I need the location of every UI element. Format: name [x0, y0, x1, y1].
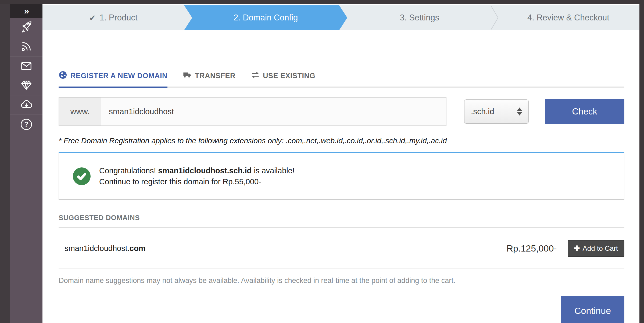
sidebar-item-mail[interactable]: [10, 57, 42, 76]
help-icon: ?: [21, 119, 32, 130]
add-to-cart-button[interactable]: ✚ Add to Cart: [568, 240, 624, 257]
sidebar-item-help[interactable]: ?: [10, 115, 42, 134]
check-button[interactable]: Check: [545, 99, 624, 124]
success-check-icon: [73, 167, 91, 185]
tld-select[interactable]: .sch.id: [464, 99, 529, 124]
suggested-domain-row: sman1idcloudhost.com Rp.125,000- ✚ Add t…: [59, 228, 624, 268]
diamond-icon: [20, 79, 33, 92]
select-arrows-icon: [517, 107, 522, 116]
step-label: 2. Domain Config: [234, 13, 298, 23]
sidebar-item-feeds[interactable]: [10, 37, 42, 57]
tab-label: TRANSFER: [195, 72, 235, 80]
www-prefix-addon: www.: [59, 98, 101, 125]
continue-row: Continue: [59, 296, 624, 323]
domain-name-input[interactable]: [101, 98, 446, 125]
window-right-edge: [639, 0, 644, 323]
suggested-domain-name: sman1idcloudhost.com: [65, 244, 145, 253]
sidebar-collapse-button[interactable]: »: [10, 4, 42, 18]
swap-arrows-icon: [251, 71, 260, 81]
domain-search-row: www. .sch.id Check: [59, 97, 624, 126]
domain-tabs: REGISTER A NEW DOMAIN TRANSFER: [59, 70, 624, 88]
free-domain-note: * Free Domain Registration applies to th…: [59, 137, 624, 145]
step-label: 4. Review & Checkout: [527, 13, 609, 23]
step-domain-config[interactable]: 2. Domain Config: [184, 5, 347, 30]
availability-line1: Congratulations! sman1idcloudhost.sch.id…: [99, 165, 295, 176]
tab-label: USE EXISTING: [263, 72, 315, 80]
left-dark-rail: [0, 0, 10, 323]
suggested-domain-actions: Rp.125,000- ✚ Add to Cart: [507, 240, 624, 257]
step-review-checkout[interactable]: 4. Review & Checkout: [492, 5, 644, 30]
step-separator-chevron: [490, 5, 499, 30]
step-settings[interactable]: 3. Settings: [347, 5, 492, 30]
rss-icon: [20, 40, 33, 54]
plus-icon: ✚: [574, 244, 580, 253]
cloud-download-icon: [20, 98, 33, 112]
sidebar-item-launch[interactable]: [10, 18, 42, 37]
step-product[interactable]: ✔ 1. Product: [42, 5, 184, 30]
suggested-domain-price: Rp.125,000-: [507, 243, 557, 254]
availability-line2: Continue to register this domain for Rp.…: [99, 176, 295, 187]
sidebar-item-downloads[interactable]: [10, 95, 42, 115]
suggestions-disclaimer: Domain name suggestions may not always b…: [59, 277, 624, 285]
step-label: 3. Settings: [400, 13, 439, 23]
truck-icon: [183, 71, 192, 81]
continue-button[interactable]: Continue: [561, 296, 624, 323]
envelope-icon: [20, 60, 33, 73]
tab-label: REGISTER A NEW DOMAIN: [70, 72, 167, 80]
tab-register-new-domain[interactable]: REGISTER A NEW DOMAIN: [59, 71, 167, 88]
chevron-double-right-icon: »: [24, 6, 29, 16]
step-label: 1. Product: [99, 13, 137, 23]
app-window: »: [0, 0, 644, 323]
tab-use-existing[interactable]: USE EXISTING: [251, 71, 315, 88]
window-top-bar: [0, 0, 644, 4]
sidebar-item-premium[interactable]: [10, 76, 42, 95]
wizard-stepper: ✔ 1. Product 2. Domain Config 3. Setting…: [42, 5, 644, 30]
suggested-domains-heading: SUGGESTED DOMAINS: [59, 214, 624, 222]
availability-result-panel: Congratulations! sman1idcloudhost.sch.id…: [59, 152, 624, 200]
check-icon: ✔: [89, 13, 96, 23]
tld-selected-value: .sch.id: [471, 107, 494, 116]
domain-input-group: www.: [59, 97, 446, 126]
globe-icon: [59, 71, 67, 81]
availability-message: Congratulations! sman1idcloudhost.sch.id…: [99, 165, 295, 187]
main-panel: ✔ 1. Product 2. Domain Config 3. Setting…: [42, 0, 644, 323]
content: REGISTER A NEW DOMAIN TRANSFER: [42, 70, 644, 323]
tab-transfer[interactable]: TRANSFER: [183, 71, 235, 88]
available-domain: sman1idcloudhost.sch.id: [158, 166, 252, 175]
sidebar: »: [10, 0, 42, 323]
rocket-icon: [20, 21, 33, 34]
